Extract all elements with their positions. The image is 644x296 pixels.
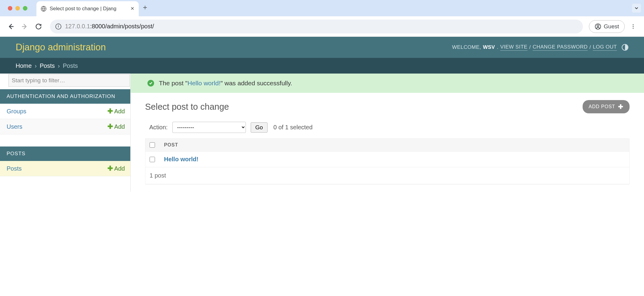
app-caption: POSTS — [0, 146, 130, 161]
url-text: 127.0.0.1:8000/admin/posts/post/ — [65, 23, 154, 30]
window-maximize-button[interactable] — [23, 6, 27, 11]
success-message: The post "Hello world!" was added succes… — [131, 74, 644, 93]
svg-point-2 — [597, 25, 599, 27]
username: WSV — [483, 44, 495, 50]
reload-button[interactable] — [33, 21, 44, 32]
sidebar-filter-input[interactable] — [8, 74, 130, 87]
breadcrumb: Home › Posts › Posts — [0, 58, 644, 74]
tab-title: Select post to change | Djang — [50, 6, 116, 12]
browser-menu-button[interactable] — [628, 21, 639, 32]
row-link[interactable]: Hello world! — [164, 156, 198, 163]
table-header: POST — [145, 139, 629, 152]
model-row-users: Users ✚Add — [0, 119, 130, 134]
plus-icon: ✚ — [107, 123, 113, 131]
svg-point-3 — [633, 24, 633, 25]
check-icon — [147, 80, 154, 87]
back-button[interactable] — [5, 21, 16, 32]
profile-button[interactable]: Guest — [589, 20, 625, 33]
profile-label: Guest — [604, 23, 619, 30]
page-title: Select post to change — [145, 102, 229, 112]
success-message-link[interactable]: Hello world! — [187, 80, 221, 87]
app-module-auth: AUTHENTICATION AND AUTHORIZATION Groups … — [0, 89, 130, 134]
theme-toggle-icon[interactable] — [622, 44, 628, 51]
row-checkbox[interactable] — [150, 157, 155, 162]
window-close-button[interactable] — [8, 6, 12, 11]
breadcrumb-separator: › — [58, 62, 60, 69]
model-row-posts: Posts ✚Add — [0, 161, 130, 176]
plus-icon: ✚ — [107, 107, 113, 115]
selection-counter: 0 of 1 selected — [274, 124, 313, 131]
tab-close-icon[interactable] — [130, 6, 135, 12]
column-header-post: POST — [164, 142, 178, 148]
content-header: Select post to change ADD POST ✚ — [145, 100, 630, 113]
model-link-posts[interactable]: Posts — [7, 165, 22, 172]
breadcrumb-home[interactable]: Home — [16, 62, 32, 69]
model-row-groups: Groups ✚Add — [0, 104, 130, 119]
change-password-link[interactable]: CHANGE PASSWORD — [533, 44, 588, 51]
logout-link[interactable]: LOG OUT — [593, 44, 617, 51]
app-module-posts: POSTS Posts ✚Add — [0, 146, 130, 176]
svg-point-4 — [633, 26, 633, 27]
plus-icon: ✚ — [107, 165, 113, 172]
browser-tab-active[interactable]: Select post to change | Djang — [36, 1, 139, 16]
action-select[interactable]: --------- — [172, 122, 246, 133]
browser-toolbar: i 127.0.0.1:8000/admin/posts/post/ Guest — [0, 16, 644, 37]
add-link-posts[interactable]: ✚Add — [107, 165, 125, 172]
breadcrumb-app[interactable]: Posts — [40, 62, 55, 69]
user-tools: WELCOME, WSV. VIEW SITE / CHANGE PASSWOR… — [452, 44, 628, 51]
results-table: POST Hello world! 1 post — [145, 138, 630, 184]
browser-tab-strip: Select post to change | Djang — [0, 0, 644, 16]
welcome-text: WELCOME, — [452, 44, 481, 50]
actions-bar: Action: --------- Go 0 of 1 selected — [149, 122, 630, 133]
breadcrumb-current: Posts — [63, 62, 78, 69]
site-title: Django administration — [16, 42, 106, 53]
address-bar[interactable]: i 127.0.0.1:8000/admin/posts/post/ — [50, 20, 583, 33]
main-content: The post "Hello world!" was added succes… — [131, 74, 644, 192]
model-link-groups[interactable]: Groups — [7, 108, 26, 115]
add-link-users[interactable]: ✚Add — [107, 123, 125, 131]
site-info-icon[interactable]: i — [55, 24, 61, 30]
forward-button[interactable] — [19, 21, 30, 32]
paginator: 1 post — [145, 167, 629, 184]
model-link-users[interactable]: Users — [7, 123, 22, 130]
add-link-groups[interactable]: ✚Add — [107, 107, 125, 115]
tab-overflow-button[interactable] — [632, 4, 641, 13]
table-row: Hello world! — [145, 152, 629, 167]
window-controls — [8, 6, 27, 11]
go-button[interactable]: Go — [251, 122, 267, 133]
sidebar-nav: AUTHENTICATION AND AUTHORIZATION Groups … — [0, 74, 131, 192]
globe-icon — [41, 6, 47, 12]
window-minimize-button[interactable] — [15, 6, 20, 11]
new-tab-button[interactable] — [142, 4, 148, 12]
add-post-button[interactable]: ADD POST ✚ — [583, 100, 630, 113]
plus-icon: ✚ — [618, 103, 624, 110]
select-all-checkbox[interactable] — [150, 142, 155, 148]
app-caption: AUTHENTICATION AND AUTHORIZATION — [0, 89, 130, 104]
svg-point-5 — [633, 28, 633, 29]
view-site-link[interactable]: VIEW SITE — [500, 44, 527, 51]
breadcrumb-separator: › — [35, 62, 37, 69]
django-header: Django administration WELCOME, WSV. VIEW… — [0, 37, 644, 58]
action-label: Action: — [149, 124, 168, 131]
